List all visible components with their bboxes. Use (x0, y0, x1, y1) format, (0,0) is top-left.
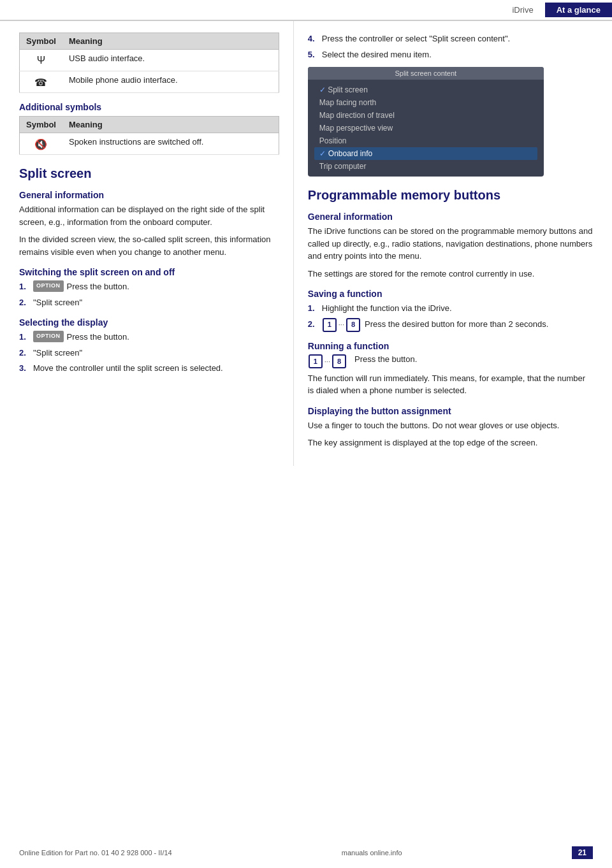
step-text: "Split screen" (33, 347, 82, 359)
list-item: 1. OPTION Press the button. (19, 280, 279, 293)
list-item: 2. 1 ··· 8 Press the desired button for … (308, 318, 593, 332)
menu-item-map-north: Map facing north (314, 96, 537, 109)
step-num: 1. (19, 280, 31, 293)
displaying-label: Displaying the button assignment (308, 406, 593, 416)
memory-button-group: 1 ··· 8 (322, 318, 361, 332)
displaying-para1: Use a finger to touch the buttons. Do no… (308, 419, 593, 432)
running-para: The function will run immediately. This … (308, 372, 593, 397)
menu-item-map-direction: Map direction of travel (314, 109, 537, 122)
prog-memory-title: Programmable memory buttons (308, 188, 593, 203)
mem-btn-dots-run: ··· (324, 358, 330, 365)
prog-para2: The settings are stored for the remote c… (308, 268, 593, 280)
split-screen-general-label: General information (19, 190, 279, 200)
symbol-mute: 🔇 (20, 133, 62, 155)
header-ataglance-label: At a glance (545, 3, 612, 17)
symbol-table-2: Symbol Meaning 🔇 Spoken instructions are… (19, 116, 279, 155)
usb-icon: Ψ (37, 55, 45, 66)
table2-col1: Symbol (20, 117, 62, 133)
mem-btn-1-run: 1 (309, 354, 323, 368)
mem-btn-dots: ··· (339, 319, 344, 330)
split-screen-menu-title: Split screen content (308, 67, 544, 80)
saving-label: Saving a function (308, 289, 593, 299)
mute-icon: 🔇 (34, 139, 47, 150)
list-item: 1. Highlight the function via the iDrive… (308, 302, 593, 315)
footer-copyright: Online Edition for Part no. 01 40 2 928 … (19, 849, 172, 857)
split-screen-content-screenshot: Split screen content Split screen Map fa… (308, 67, 544, 177)
header-idrive-label: iDrive (500, 3, 544, 17)
table2-col2: Meaning (62, 117, 279, 133)
menu-item-map-perspective: Map perspective view (314, 122, 537, 134)
step-text: Move the controller until the split scre… (33, 362, 223, 375)
option-button-icon: OPTION (33, 280, 64, 292)
menu-item-split-screen: Split screen (314, 83, 537, 96)
additional-symbols-label: Additional symbols (19, 102, 279, 112)
list-item: 5. Select the desired menu item. (308, 48, 593, 61)
list-item: 2. "Split screen" (19, 347, 279, 359)
mem-btn-1: 1 (323, 318, 337, 332)
displaying-para2: The key assignment is displayed at the t… (308, 437, 593, 449)
meaning-phone: Mobile phone audio interface. (62, 71, 279, 93)
menu-item-position: Position (314, 134, 537, 147)
step-text: Select the desired menu item. (322, 48, 432, 61)
mem-btn-8-run: 8 (332, 354, 346, 368)
switching-steps: 1. OPTION Press the button. 2. "Split sc… (19, 280, 279, 308)
meaning-usb: USB audio interface. (62, 50, 279, 71)
step-num: 2. (19, 347, 31, 359)
right-column: 4. Press the controller or select "Split… (294, 21, 612, 466)
table1-col2: Meaning (62, 33, 279, 50)
step-num: 1. (308, 302, 319, 315)
running-step: 1 ··· 8 Press the button. (308, 354, 593, 368)
table-row: Ψ USB audio interface. (20, 50, 279, 71)
mem-btn-8: 8 (346, 318, 360, 332)
step-num: 5. (308, 48, 319, 61)
symbol-table-1: Symbol Meaning Ψ USB audio interface. ☎ … (19, 33, 279, 93)
list-item: 3. Move the controller until the split s… (19, 362, 279, 375)
list-item: 4. Press the controller or select "Split… (308, 33, 593, 45)
saving-steps: 1. Highlight the function via the iDrive… (308, 302, 593, 332)
list-item: 2. "Split screen" (19, 296, 279, 309)
phone-icon: ☎ (34, 77, 47, 88)
prog-para1: The iDrive functions can be stored on th… (308, 225, 593, 263)
list-item: 1. OPTION Press the button. (19, 331, 279, 344)
switching-label: Switching the split screen on and off (19, 267, 279, 277)
steps-4-5: 4. Press the controller or select "Split… (308, 33, 593, 61)
step-text: Press the button. (67, 280, 129, 293)
running-step-text: Press the button. (354, 354, 417, 364)
page-header: iDrive At a glance (0, 0, 612, 21)
symbol-usb: Ψ (20, 50, 62, 71)
menu-item-onboard-info: ✓Onboard info (314, 147, 537, 160)
left-column: Symbol Meaning Ψ USB audio interface. ☎ … (0, 21, 294, 466)
footer-watermark: manuals online.info (342, 849, 402, 857)
meaning-mute: Spoken instructions are switched off. (62, 133, 279, 155)
table1-col1: Symbol (20, 33, 62, 50)
step-text: "Split screen" (33, 296, 82, 309)
menu-item-trip-computer: Trip computer (314, 160, 537, 173)
split-screen-para2: In the divided screen view, the so-calle… (19, 233, 279, 258)
step-text: Highlight the function via the iDrive. (322, 302, 452, 315)
step-text: Press the button. (67, 331, 129, 344)
running-label: Running a function (308, 341, 593, 351)
split-screen-menu: Split screen Map facing north Map direct… (308, 80, 544, 177)
prog-general-label: General information (308, 212, 593, 222)
page-footer: Online Edition for Part no. 01 40 2 928 … (0, 846, 612, 859)
step-num: 2. (19, 296, 31, 309)
step-num: 4. (308, 33, 319, 45)
step-num: 1. (19, 331, 31, 344)
step-num: 3. (19, 362, 31, 375)
symbol-phone: ☎ (20, 71, 62, 93)
table-row: 🔇 Spoken instructions are switched off. (20, 133, 279, 155)
split-screen-title: Split screen (19, 166, 279, 181)
selecting-label: Selecting the display (19, 317, 279, 328)
memory-button-group-run: 1 ··· 8 (308, 354, 347, 368)
split-screen-para1: Additional information can be displayed … (19, 203, 279, 228)
main-content: Symbol Meaning Ψ USB audio interface. ☎ … (0, 21, 612, 466)
step-num: 2. (308, 318, 319, 331)
selecting-steps: 1. OPTION Press the button. 2. "Split sc… (19, 331, 279, 375)
step-text: Press the controller or select "Split sc… (322, 33, 510, 45)
step-text: Press the desired button for more than 2… (365, 318, 548, 331)
table-row: ☎ Mobile phone audio interface. (20, 71, 279, 93)
option-button-icon: OPTION (33, 331, 64, 342)
page-number: 21 (572, 846, 593, 859)
